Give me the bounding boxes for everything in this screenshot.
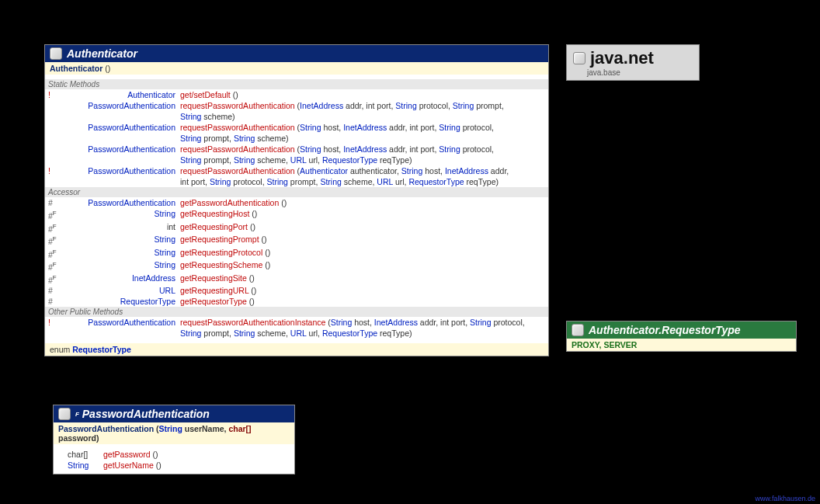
method-row-cont: int port, String protocol, String prompt… — [45, 176, 548, 187]
type-ref[interactable]: InetAddress — [374, 318, 418, 327]
section-static: Static Methods — [45, 79, 548, 89]
class-header: F PasswordAuthentication — [54, 405, 294, 422]
constructor-name[interactable]: PasswordAuthentication — [58, 424, 154, 433]
footer-link[interactable]: www.falkhausen.de — [755, 495, 815, 502]
package-box: java.net java.base — [566, 44, 700, 81]
type-ref[interactable]: String — [300, 123, 321, 132]
method-row: PasswordAuthenticationrequestPasswordAut… — [45, 144, 548, 155]
type-ref[interactable]: URL — [377, 177, 393, 186]
type-ref[interactable]: InetAddress — [132, 273, 175, 283]
class-box-authenticator: Authenticator Authenticator () Static Me… — [44, 44, 549, 356]
type-ref[interactable]: RequestorType — [120, 297, 175, 306]
type-ref[interactable]: String — [401, 166, 422, 176]
method-name[interactable]: getPassword — [103, 450, 151, 459]
type-ref[interactable]: String — [180, 155, 201, 165]
method-row: #FStringgetRequestingPrompt () — [45, 234, 548, 247]
type-ref[interactable]: String — [395, 101, 416, 110]
enum-keyword: enum — [50, 345, 70, 354]
type-ref[interactable]: Authenticator — [127, 90, 175, 99]
method-name[interactable]: requestPasswordAuthentication — [180, 101, 295, 110]
type-ref[interactable]: String — [155, 260, 175, 269]
method-name[interactable]: getRequestingPrompt — [180, 235, 259, 244]
type-ref[interactable]: PasswordAuthentication — [88, 101, 175, 110]
type-ref[interactable]: URL — [290, 328, 307, 338]
type-ref[interactable]: String — [300, 144, 321, 154]
type-ref[interactable]: InetAddress — [300, 101, 343, 110]
method-row: #URLgetRequestingURL () — [45, 285, 548, 296]
method-row-cont: String scheme) — [45, 111, 548, 122]
type-ref[interactable]: String — [234, 155, 255, 165]
method-name[interactable]: getRequestingScheme — [180, 260, 262, 269]
method-name[interactable]: getRequestingURL — [180, 286, 248, 295]
method-name[interactable]: requestPasswordAuthentication — [180, 123, 295, 132]
type-ref[interactable]: String — [439, 123, 460, 132]
class-title: Authenticator — [67, 47, 137, 60]
method-row: #PasswordAuthenticationgetPasswordAuthen… — [45, 197, 548, 208]
method-name[interactable]: requestPasswordAuthentication — [180, 166, 295, 176]
type-ref[interactable]: String — [234, 328, 255, 338]
type-ref[interactable]: String — [453, 101, 474, 110]
type-ref[interactable]: String — [180, 112, 201, 121]
method-row-cont: String prompt, String scheme, URL url, R… — [45, 328, 548, 339]
class-icon — [572, 324, 584, 336]
type-ref[interactable]: InetAddress — [343, 123, 387, 132]
method-name[interactable]: getPasswordAuthentication — [180, 198, 279, 207]
method-name[interactable]: getRequestingHost — [180, 209, 249, 218]
type-ref[interactable]: RequestorType — [322, 155, 377, 165]
method-row: !PasswordAuthenticationrequestPasswordAu… — [45, 317, 548, 328]
method-name[interactable]: requestPasswordAuthenticationInstance — [180, 318, 325, 327]
package-icon — [573, 52, 585, 64]
type-ref[interactable]: PasswordAuthentication — [88, 198, 175, 207]
type-ref[interactable]: String — [439, 144, 460, 154]
class-title: Authenticator.RequestorType — [589, 324, 741, 336]
type-ref[interactable]: String — [155, 235, 175, 244]
method-row: char[]getPassword () — [54, 449, 294, 460]
type-ref[interactable]: String — [180, 328, 201, 338]
method-name[interactable]: getRequestorType — [180, 297, 247, 306]
module-name: java.base — [567, 68, 699, 80]
method-name[interactable]: getRequestingProtocol — [180, 248, 262, 257]
method-name[interactable]: getRequestingPort — [180, 222, 248, 231]
type-ref[interactable]: PasswordAuthentication — [88, 318, 175, 327]
type-ref[interactable]: RequestorType — [322, 328, 377, 338]
class-header: Authenticator.RequestorType — [567, 322, 796, 339]
section-other: Other Public Methods — [45, 307, 548, 317]
type-ref[interactable]: String — [234, 134, 255, 143]
method-row: #FStringgetRequestingHost () — [45, 208, 548, 221]
type-ref[interactable]: RequestorType — [408, 177, 464, 186]
method-row: !Authenticatorget/setDefault () — [45, 89, 548, 100]
type-ref[interactable]: PasswordAuthentication — [88, 166, 175, 176]
method-name[interactable]: get/setDefault — [180, 90, 231, 99]
type-ref[interactable]: String — [68, 461, 89, 470]
type-ref[interactable]: PasswordAuthentication — [88, 123, 175, 132]
class-icon — [50, 47, 62, 60]
method-row-cont: String prompt, String scheme) — [45, 133, 548, 144]
type-ref[interactable]: InetAddress — [343, 144, 387, 154]
type-ref[interactable]: URL — [290, 155, 307, 165]
method-row: #FInetAddressgetRequestingSite () — [45, 273, 548, 286]
type-ref[interactable]: String — [267, 177, 288, 186]
enum-link[interactable]: RequestorType — [72, 345, 131, 354]
type-ref[interactable]: Authenticator — [300, 166, 348, 176]
type-ref[interactable]: String — [470, 318, 491, 327]
method-name[interactable]: getRequestingSite — [180, 273, 247, 283]
method-row: #FStringgetRequestingScheme () — [45, 259, 548, 273]
method-row: #FintgetRequestingPort () — [45, 221, 548, 235]
type-ref[interactable]: String — [155, 248, 175, 257]
class-header: Authenticator — [45, 45, 548, 62]
type-ref[interactable]: String — [159, 424, 182, 433]
constructor-name[interactable]: Authenticator — [50, 64, 102, 73]
type-ref[interactable]: URL — [159, 286, 175, 295]
type-ref[interactable]: PasswordAuthentication — [88, 144, 175, 154]
class-icon — [58, 408, 71, 420]
type-ref[interactable]: String — [320, 177, 341, 186]
type-ref[interactable]: InetAddress — [445, 166, 488, 176]
type-ref[interactable]: String — [331, 318, 352, 327]
method-name[interactable]: requestPasswordAuthentication — [180, 144, 295, 154]
method-row: #RequestorTypegetRequestorType () — [45, 296, 548, 307]
type-ref[interactable]: String — [155, 209, 175, 218]
constructor-row: PasswordAuthentication (String userName,… — [54, 422, 294, 444]
method-name[interactable]: getUserName — [103, 461, 154, 470]
type-ref[interactable]: String — [210, 177, 231, 186]
type-ref[interactable]: String — [180, 134, 201, 143]
